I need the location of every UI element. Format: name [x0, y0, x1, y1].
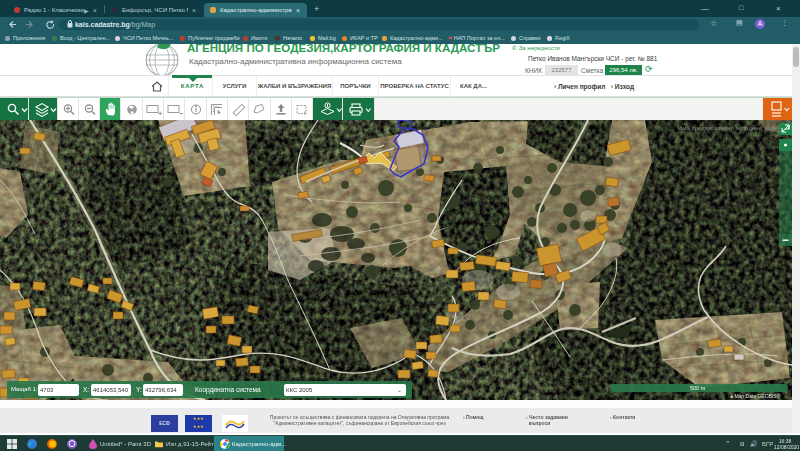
svg-text:500 m: 500 m	[690, 385, 706, 391]
svg-text:Има предварително зададени зад: Има предварително зададени задачи	[678, 125, 783, 131]
svg-text:● Map Data GEOBIS®: ● Map Data GEOBIS®	[730, 393, 781, 399]
